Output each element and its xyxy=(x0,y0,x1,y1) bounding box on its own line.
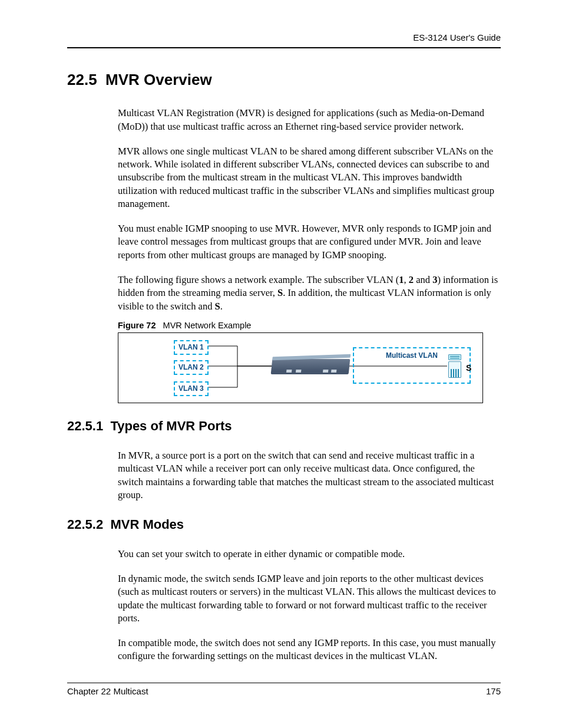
footer-page-number: 175 xyxy=(486,686,501,697)
paragraph: You can set your switch to operate in ei… xyxy=(118,548,501,561)
footer-rule xyxy=(67,683,501,683)
bold-text: S xyxy=(215,301,220,312)
section-heading: 22.5 MVR Overview xyxy=(67,70,501,90)
subsection-title: Types of MVR Ports xyxy=(110,419,232,433)
bold-text: 1 xyxy=(399,274,404,285)
text-run: . xyxy=(220,301,223,312)
subsection-number: 22.5.1 xyxy=(67,419,103,433)
text-run: and xyxy=(414,274,432,285)
page-footer: Chapter 22 Multicast 175 xyxy=(67,683,501,697)
bold-text: 2 xyxy=(409,274,414,285)
subsection-title: MVR Modes xyxy=(110,517,184,532)
bold-text: S xyxy=(277,287,283,298)
section-number: 22.5 xyxy=(67,71,97,88)
paragraph: In compatible mode, the switch does not … xyxy=(118,637,501,663)
paragraph: MVR allows one single multicast VLAN to … xyxy=(118,145,501,210)
paragraph: Multicast VLAN Registration (MVR) is des… xyxy=(118,107,501,133)
figure-label: Figure 72 xyxy=(118,321,156,330)
header-guide-title: ES-3124 User's Guide xyxy=(67,32,501,44)
paragraph: In MVR, a source port is a port on the s… xyxy=(118,449,501,502)
switch-icon xyxy=(271,359,351,374)
subsection-heading: 22.5.2 MVR Modes xyxy=(67,516,501,533)
footer-chapter: Chapter 22 Multicast xyxy=(67,686,148,697)
section-title: MVR Overview xyxy=(105,71,212,88)
vlan-1-box: VLAN 1 xyxy=(174,340,209,354)
vlan-2-box: VLAN 2 xyxy=(174,360,209,374)
server-icon xyxy=(448,354,461,380)
server-label: S xyxy=(466,363,471,374)
header-rule xyxy=(67,47,501,48)
text-run: , xyxy=(404,274,409,285)
figure-title: MVR Network Example xyxy=(163,321,252,330)
multicast-vlan-label: Multicast VLAN xyxy=(386,351,438,360)
subsection-heading: 22.5.1 Types of MVR Ports xyxy=(67,417,501,435)
figure-caption: Figure 72 MVR Network Example xyxy=(118,320,501,332)
text-run: The following figure shows a network exa… xyxy=(118,274,399,285)
figure-mvr-network: VLAN 1 VLAN 2 VLAN 3 Multicast VLAN S xyxy=(118,332,483,403)
vlan-3-box: VLAN 3 xyxy=(174,381,209,396)
paragraph: In dynamic mode, the switch sends IGMP l… xyxy=(118,572,501,625)
subsection-number: 22.5.2 xyxy=(67,517,103,532)
paragraph: The following figure shows a network exa… xyxy=(118,274,501,313)
paragraph: You must enable IGMP snooping to use MVR… xyxy=(118,222,501,262)
